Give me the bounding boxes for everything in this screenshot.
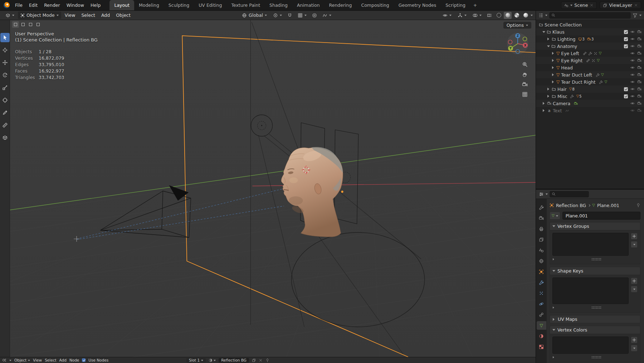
tab-constraints[interactable] <box>537 310 546 319</box>
editor-type-button[interactable] <box>3 11 17 19</box>
tab-texture-paint[interactable]: Texture Paint <box>226 0 265 10</box>
uv-maps-header[interactable]: UV Maps <box>550 315 640 323</box>
menu-object[interactable]: Object <box>113 11 133 20</box>
tab-uv-editing[interactable]: UV Editing <box>194 0 226 10</box>
breadcrumb-object[interactable]: Reflection BG <box>556 203 586 208</box>
list-resize-grip[interactable] <box>592 306 601 309</box>
tab-scripting[interactable]: Scripting <box>441 0 470 10</box>
outliner-row-eye-left[interactable]: Eye Left <box>536 50 644 57</box>
scale-tool[interactable] <box>0 83 10 92</box>
unlink-material-icon[interactable] <box>259 358 263 362</box>
vertex-groups-header[interactable]: Vertex Groups <box>550 222 640 230</box>
menu-select[interactable]: Select <box>79 11 98 20</box>
tab-animation[interactable]: Animation <box>292 0 325 10</box>
tab-particles[interactable] <box>537 289 546 298</box>
vertex-group-specials-button[interactable] <box>631 241 638 248</box>
blender-logo-icon[interactable] <box>4 2 10 8</box>
tab-compositing[interactable]: Compositing <box>356 0 394 10</box>
tab-physics[interactable] <box>537 300 546 308</box>
tab-modifiers[interactable] <box>537 278 546 287</box>
vertex-color-specials-button[interactable] <box>631 345 638 352</box>
outliner-row-misc[interactable]: Misc 5 <box>536 93 644 100</box>
expand-arrow-icon[interactable] <box>547 38 551 40</box>
hide-eye-icon[interactable] <box>630 94 635 98</box>
material-name-field[interactable]: Reflection BG <box>219 358 249 363</box>
hide-eye-icon[interactable] <box>630 73 635 77</box>
camera-view-icon[interactable] <box>522 82 528 87</box>
shape-keys-header[interactable]: Shape Keys <box>550 267 640 275</box>
duplicate-material-icon[interactable] <box>252 358 256 362</box>
vertex-colors-header[interactable]: Vertex Colors <box>550 326 640 334</box>
expand-arrow-icon[interactable] <box>543 109 546 112</box>
add-shape-key-button[interactable] <box>631 278 638 284</box>
properties-search-input[interactable] <box>550 191 589 197</box>
outliner-row-lighting[interactable]: Lighting 3 3 <box>536 35 644 43</box>
outliner-row-klaus[interactable]: Klaus <box>536 28 644 35</box>
exclude-checkbox[interactable] <box>624 37 628 41</box>
move-tool[interactable] <box>0 58 10 67</box>
proportional-editing-toggle[interactable] <box>310 11 319 19</box>
options-button[interactable]: Options <box>503 22 531 29</box>
vertex-colors-list[interactable] <box>552 337 629 354</box>
material-slot-dropdown[interactable]: Slot 1 <box>186 358 206 363</box>
menu-view[interactable]: View <box>33 358 42 362</box>
disable-render-icon[interactable] <box>637 37 641 41</box>
filter-funnel-icon[interactable] <box>633 13 638 18</box>
expand-arrow-icon[interactable] <box>552 52 555 55</box>
select-mode-extend[interactable] <box>20 21 26 28</box>
subpanel-arrow-icon[interactable] <box>553 306 555 309</box>
menu-add[interactable]: Add <box>99 11 112 20</box>
pin-icon[interactable] <box>265 358 269 362</box>
outliner-search-input[interactable] <box>549 12 631 19</box>
mode-dropdown[interactable]: Object Mode <box>18 11 61 19</box>
shading-dropdown-icon[interactable] <box>531 15 533 17</box>
tab-shading[interactable]: Shading <box>265 0 292 10</box>
expand-arrow-icon[interactable] <box>543 102 546 105</box>
outliner-row-tear-duct-right[interactable]: Tear Duct Right <box>536 78 644 85</box>
outliner-row-head[interactable]: Head <box>536 64 644 71</box>
disable-render-icon[interactable] <box>637 80 641 84</box>
hide-eye-icon[interactable] <box>630 30 635 34</box>
outliner-row-text[interactable]: Text <box>536 107 644 114</box>
overlays-dropdown[interactable] <box>470 11 484 19</box>
shader-type-dropdown[interactable]: Object <box>14 358 30 362</box>
tab-tool[interactable] <box>537 203 546 212</box>
pin-icon[interactable] <box>636 203 640 207</box>
hide-eye-icon[interactable] <box>630 80 635 84</box>
pan-hand-icon[interactable] <box>522 72 528 77</box>
expand-arrow-icon[interactable] <box>552 73 555 76</box>
expand-arrow-icon[interactable] <box>547 45 550 49</box>
outliner-editor-icon[interactable] <box>538 13 543 18</box>
menu-view[interactable]: View <box>62 11 78 20</box>
disable-render-icon[interactable] <box>637 101 641 106</box>
tab-sculpting[interactable]: Sculpting <box>164 0 194 10</box>
selected-plane-outline[interactable] <box>182 36 536 357</box>
outliner-row-anatomy[interactable]: Anatomy <box>536 43 644 50</box>
zoom-icon[interactable] <box>522 62 528 67</box>
shading-material-button[interactable] <box>513 12 521 19</box>
subpanel-arrow-icon[interactable] <box>553 258 555 260</box>
expand-arrow-icon[interactable] <box>552 59 555 62</box>
hide-eye-icon[interactable] <box>630 65 635 70</box>
viewport-canvas[interactable]: User Perspective (1) Scene Collection | … <box>0 20 536 357</box>
rotate-tool[interactable] <box>0 70 10 80</box>
shading-rendered-button[interactable] <box>522 12 530 19</box>
menu-select[interactable]: Select <box>45 358 56 362</box>
list-resize-grip[interactable] <box>592 258 601 260</box>
disable-render-icon[interactable] <box>637 58 641 63</box>
disable-render-icon[interactable] <box>637 44 641 48</box>
shape-keys-list[interactable] <box>552 278 629 304</box>
menu-edit[interactable]: Edit <box>26 0 41 10</box>
breadcrumb-data[interactable]: Plane.001 <box>597 203 619 208</box>
tab-layout[interactable]: Layout <box>109 0 134 10</box>
expand-arrow-icon[interactable] <box>552 80 555 83</box>
hide-eye-icon[interactable] <box>630 87 635 91</box>
disable-render-icon[interactable] <box>637 30 641 34</box>
expand-arrow-icon[interactable] <box>552 66 555 69</box>
browse-material-button[interactable] <box>209 358 216 362</box>
light-object[interactable] <box>251 115 272 136</box>
tab-object[interactable] <box>537 268 546 276</box>
tab-output[interactable] <box>537 225 546 233</box>
hide-eye-icon[interactable] <box>630 44 635 48</box>
hide-eye-icon[interactable] <box>630 37 635 41</box>
